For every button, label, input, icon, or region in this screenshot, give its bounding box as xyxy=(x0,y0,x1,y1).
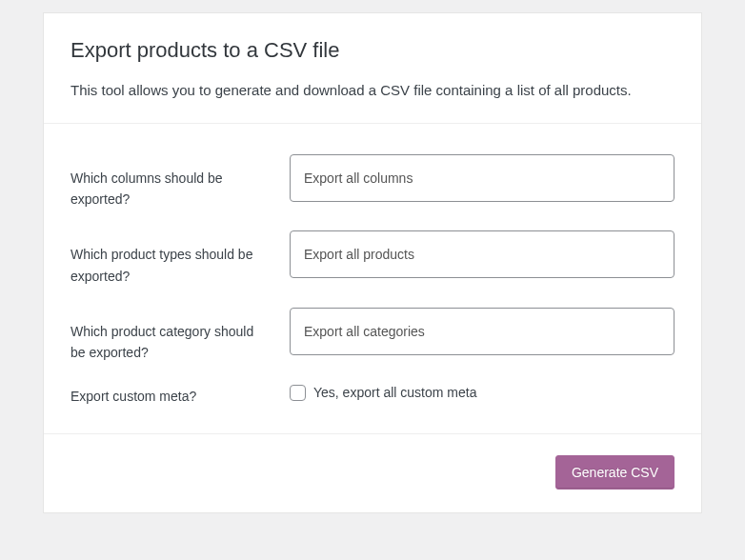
label-types: Which product types should be exported? xyxy=(70,230,290,287)
row-columns: Which columns should be exported? Export… xyxy=(70,154,675,210)
form-body: Which columns should be exported? Export… xyxy=(44,124,701,434)
page-description: This tool allows you to generate and dow… xyxy=(70,80,675,102)
select-columns[interactable]: Export all columns xyxy=(290,154,675,202)
checkbox-wrap-meta: Yes, export all custom meta xyxy=(290,385,675,401)
page-title: Export products to a CSV file xyxy=(70,38,675,63)
row-meta: Export custom meta? Yes, export all cust… xyxy=(70,385,675,407)
checkbox-label-meta[interactable]: Yes, export all custom meta xyxy=(313,385,476,400)
label-meta: Export custom meta? xyxy=(70,385,290,407)
label-columns: Which columns should be exported? xyxy=(70,154,290,210)
checkbox-meta[interactable] xyxy=(290,385,306,401)
control-meta: Yes, export all custom meta xyxy=(290,385,675,401)
select-types[interactable]: Export all products xyxy=(290,230,675,278)
label-categories: Which product category should be exporte… xyxy=(70,308,290,364)
control-types: Export all products xyxy=(290,230,675,278)
select-categories[interactable]: Export all categories xyxy=(290,308,675,355)
control-columns: Export all columns xyxy=(290,154,675,202)
card-footer: Generate CSV xyxy=(44,434,701,512)
row-types: Which product types should be exported? … xyxy=(70,230,675,287)
card-header: Export products to a CSV file This tool … xyxy=(44,13,701,123)
control-categories: Export all categories xyxy=(290,308,675,355)
export-card: Export products to a CSV file This tool … xyxy=(43,12,702,513)
generate-csv-button[interactable]: Generate CSV xyxy=(555,455,675,490)
row-categories: Which product category should be exporte… xyxy=(70,308,675,364)
